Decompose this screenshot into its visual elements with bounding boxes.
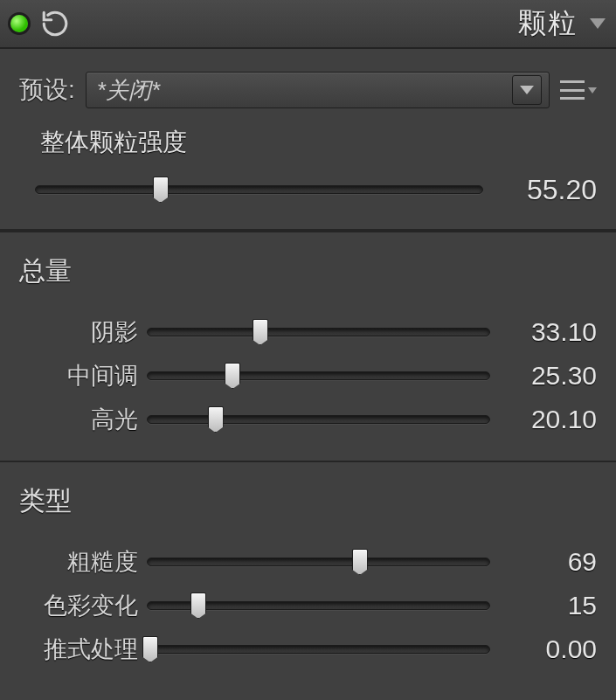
midtones-value[interactable]: 25.30: [490, 361, 597, 391]
type-title: 类型: [0, 475, 616, 540]
slider-thumb[interactable]: [225, 363, 240, 389]
highlights-slider[interactable]: [147, 406, 490, 433]
slider-thumb[interactable]: [190, 593, 206, 619]
shadows-slider[interactable]: [147, 319, 490, 345]
preset-menu-button[interactable]: [560, 80, 597, 100]
slider-thumb[interactable]: [253, 319, 268, 345]
colorvar-value[interactable]: 15: [490, 591, 597, 620]
amount-section: 总量 阴影 33.10 中间调 25.30 高光 20.10: [0, 231, 616, 461]
roughness-row: 粗糙度 69: [0, 540, 616, 584]
highlights-value[interactable]: 20.10: [490, 405, 597, 434]
chevron-down-icon: [520, 86, 534, 94]
highlights-row: 高光 20.10: [0, 398, 616, 441]
midtones-label: 中间调: [0, 360, 147, 392]
overall-grain-value[interactable]: 55.20: [483, 174, 597, 206]
enabled-indicator-icon[interactable]: [10, 15, 28, 32]
panel-title: 颗粒: [518, 4, 578, 43]
slider-thumb[interactable]: [352, 549, 368, 575]
roughness-label: 粗糙度: [0, 546, 147, 578]
colorvar-row: 色彩变化 15: [0, 584, 616, 627]
preset-dropdown-button[interactable]: [512, 75, 542, 105]
amount-title: 总量: [0, 245, 616, 310]
overall-grain-label: 整体颗粒强度: [19, 126, 597, 168]
reset-icon[interactable]: [40, 9, 70, 38]
preset-label: 预设:: [19, 73, 75, 107]
colorvar-label: 色彩变化: [0, 590, 147, 621]
collapse-icon[interactable]: [590, 18, 606, 29]
colorvar-slider[interactable]: [147, 593, 490, 619]
panel-header: 颗粒: [0, 0, 616, 49]
midtones-slider[interactable]: [147, 363, 490, 389]
shadows-value[interactable]: 33.10: [490, 317, 597, 347]
overall-grain-block: 整体颗粒强度 55.20: [0, 114, 616, 211]
menu-icon: [560, 80, 585, 100]
type-section: 类型 粗糙度 69 色彩变化 15 推式处理 0.00: [0, 461, 616, 690]
pushproc-slider[interactable]: [147, 636, 490, 662]
preset-row: 预设: *关闭*: [0, 49, 616, 114]
roughness-slider[interactable]: [147, 549, 490, 575]
chevron-down-icon: [588, 87, 597, 94]
preset-value: *关闭*: [97, 75, 512, 106]
shadows-row: 阴影 33.10: [0, 310, 616, 354]
roughness-value[interactable]: 69: [490, 547, 597, 577]
pushproc-label: 推式处理: [0, 634, 147, 665]
overall-grain-slider[interactable]: [35, 177, 483, 203]
highlights-label: 高光: [0, 404, 147, 435]
pushproc-value[interactable]: 0.00: [490, 634, 597, 664]
preset-select[interactable]: *关闭*: [86, 72, 550, 108]
slider-thumb[interactable]: [208, 406, 224, 433]
pushproc-row: 推式处理 0.00: [0, 627, 616, 671]
midtones-row: 中间调 25.30: [0, 354, 616, 398]
slider-thumb[interactable]: [153, 177, 169, 203]
grain-panel: 颗粒 预设: *关闭* 整体颗粒强度 55.20 总量: [0, 0, 616, 690]
shadows-label: 阴影: [0, 316, 147, 348]
